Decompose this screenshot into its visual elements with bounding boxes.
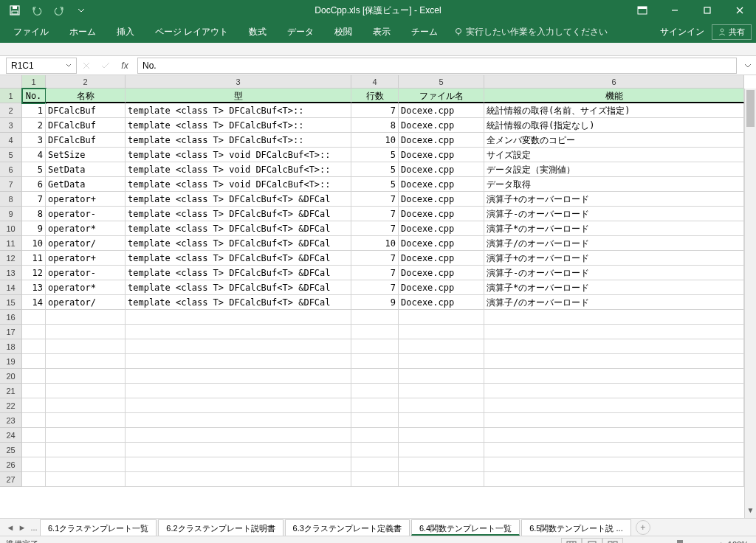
row-header[interactable]: 2: [0, 103, 22, 118]
maximize-button[interactable]: [691, 0, 724, 21]
cell[interactable]: 9: [22, 221, 46, 236]
cell[interactable]: [126, 310, 351, 325]
cell[interactable]: [484, 310, 744, 325]
row-header[interactable]: 10: [0, 221, 22, 236]
cell[interactable]: 8: [22, 207, 46, 221]
cell[interactable]: 演算子*のオーバーロード: [484, 221, 744, 236]
cell[interactable]: 7: [22, 192, 46, 207]
column-header[interactable]: 5: [399, 75, 484, 89]
cell[interactable]: [351, 472, 399, 487]
cell[interactable]: Docexe.cpp: [399, 162, 484, 177]
cell[interactable]: [399, 413, 484, 428]
cell[interactable]: [46, 457, 126, 472]
column-header[interactable]: 4: [351, 75, 399, 89]
row-header[interactable]: 5: [0, 148, 22, 162]
row-header[interactable]: 16: [0, 310, 22, 325]
cell[interactable]: Docexe.cpp: [399, 236, 484, 251]
cell[interactable]: GetData: [46, 177, 126, 192]
cell[interactable]: 6: [22, 177, 46, 192]
cell[interactable]: DFCalcBuf: [46, 133, 126, 148]
row-header[interactable]: 19: [0, 354, 22, 369]
cell[interactable]: Docexe.cpp: [399, 177, 484, 192]
cell[interactable]: 4: [22, 148, 46, 162]
cell[interactable]: [22, 413, 46, 428]
cell[interactable]: [46, 369, 126, 384]
cell[interactable]: 7: [351, 251, 399, 266]
cell[interactable]: operator+: [46, 192, 126, 207]
cells-grid[interactable]: No.名称型行数ファイル名機能1DFCalcBuftemplate <class…: [22, 89, 744, 518]
column-header[interactable]: 6: [484, 75, 744, 89]
cell[interactable]: [126, 472, 351, 487]
cell[interactable]: [399, 428, 484, 443]
cell[interactable]: template <class T> DFCalcBuf<T> &DFCal: [126, 251, 351, 266]
cell[interactable]: サイズ設定: [484, 148, 744, 162]
row-header[interactable]: 23: [0, 413, 22, 428]
minimize-button[interactable]: [659, 0, 691, 21]
cell[interactable]: [399, 354, 484, 369]
cell[interactable]: Docexe.cpp: [399, 103, 484, 118]
cell[interactable]: [399, 398, 484, 413]
cell[interactable]: [126, 398, 351, 413]
cell[interactable]: 14: [22, 295, 46, 310]
cell[interactable]: [46, 443, 126, 457]
row-header[interactable]: 6: [0, 162, 22, 177]
cell[interactable]: [399, 339, 484, 354]
cell[interactable]: 演算子+のオーバーロード: [484, 192, 744, 207]
cell[interactable]: SetData: [46, 162, 126, 177]
row-header[interactable]: 17: [0, 325, 22, 339]
cell[interactable]: [351, 310, 399, 325]
cell[interactable]: [399, 443, 484, 457]
cell[interactable]: [351, 398, 399, 413]
cell[interactable]: template <class T> DFCalcBuf<T> &DFCal: [126, 295, 351, 310]
column-header[interactable]: 1: [22, 75, 46, 89]
cell[interactable]: 8: [351, 118, 399, 133]
ribbon-tab-home[interactable]: ホーム: [59, 21, 106, 43]
formula-input[interactable]: No.: [137, 58, 737, 74]
cell[interactable]: 5: [22, 162, 46, 177]
cell[interactable]: [46, 325, 126, 339]
cell[interactable]: template <class T> DFCalcBuf<T> &DFCal: [126, 207, 351, 221]
sheet-tab[interactable]: 6.5関数テンプレート説 ...: [521, 519, 631, 536]
cell[interactable]: [399, 369, 484, 384]
cell[interactable]: template <class T> DFCalcBuf<T> &DFCal: [126, 236, 351, 251]
ribbon-tab-data[interactable]: データ: [277, 21, 324, 43]
cell[interactable]: 5: [351, 148, 399, 162]
page-break-view-button[interactable]: [602, 538, 623, 544]
cell[interactable]: 行数: [351, 89, 399, 103]
cell[interactable]: [484, 354, 744, 369]
cell[interactable]: [351, 384, 399, 398]
cell[interactable]: [22, 310, 46, 325]
cell[interactable]: 10: [22, 236, 46, 251]
sheet-tab[interactable]: 6.2クラステンプレート説明書: [158, 519, 283, 536]
cell[interactable]: 1: [22, 103, 46, 118]
cell[interactable]: [351, 354, 399, 369]
tell-me-search[interactable]: 実行したい作業を入力してください: [454, 26, 608, 38]
row-header[interactable]: 21: [0, 384, 22, 398]
cell[interactable]: 全メンバ変数のコピー: [484, 133, 744, 148]
undo-button[interactable]: [27, 1, 47, 19]
cell[interactable]: [46, 428, 126, 443]
cell[interactable]: 統計情報の取得(名前、サイズ指定): [484, 103, 744, 118]
cell[interactable]: 9: [351, 295, 399, 310]
cell[interactable]: 7: [351, 221, 399, 236]
cell[interactable]: [126, 354, 351, 369]
scroll-down-icon[interactable]: ▼: [745, 506, 756, 518]
cell[interactable]: 12: [22, 266, 46, 280]
cell[interactable]: [46, 310, 126, 325]
cell[interactable]: operator/: [46, 236, 126, 251]
cell[interactable]: 演算子/のオーバーロード: [484, 295, 744, 310]
cell[interactable]: 7: [351, 266, 399, 280]
cell[interactable]: operator-: [46, 207, 126, 221]
add-sheet-button[interactable]: +: [636, 520, 650, 535]
sheet-tab[interactable]: 6.4関数テンプレート一覧: [411, 519, 520, 536]
ribbon-tab-team[interactable]: チーム: [401, 21, 448, 43]
redo-button[interactable]: [49, 1, 69, 19]
cell[interactable]: [126, 428, 351, 443]
cell[interactable]: template <class T> void DFCalcBuf<T>::: [126, 162, 351, 177]
cell[interactable]: template <class T> DFCalcBuf<T> &DFCal: [126, 221, 351, 236]
cell[interactable]: template <class T> DFCalcBuf<T>::: [126, 103, 351, 118]
cell[interactable]: [351, 325, 399, 339]
tab-nav-prev[interactable]: ◄: [4, 523, 16, 532]
cell[interactable]: [484, 428, 744, 443]
cell[interactable]: [399, 310, 484, 325]
